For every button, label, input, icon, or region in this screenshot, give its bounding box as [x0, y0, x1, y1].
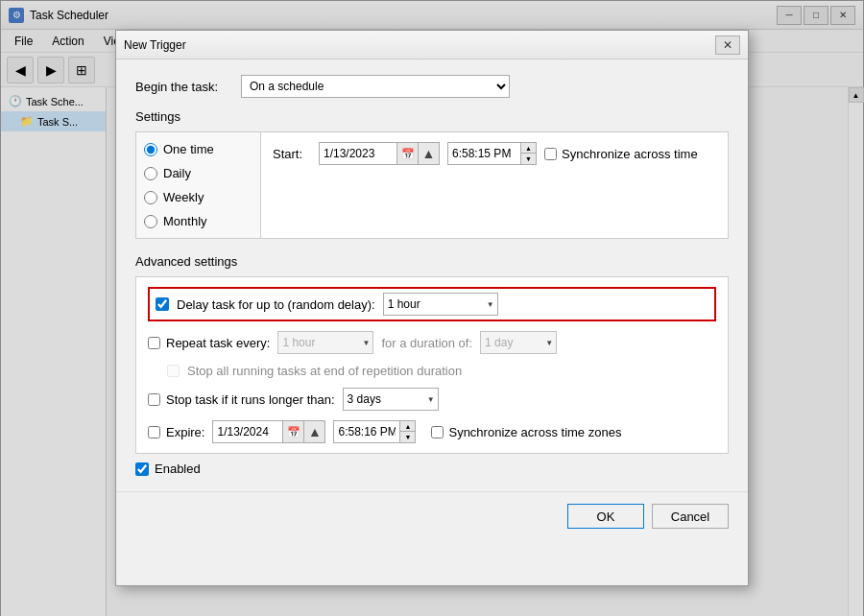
stop-running-label: Stop all running tasks at end of repetit…: [187, 364, 462, 378]
expire-time-spinners: ▲ ▼: [399, 421, 415, 442]
date-spinner-up[interactable]: ▲: [418, 143, 439, 164]
radio-one-time-input[interactable]: [144, 143, 157, 156]
cancel-button[interactable]: Cancel: [652, 504, 729, 529]
advanced-settings-label: Advanced settings: [135, 254, 729, 269]
delay-task-label: Delay task for up to (random delay):: [177, 297, 375, 312]
expire-row: Expire: 📅 ▲ ▲ ▼: [148, 420, 716, 443]
calendar-button[interactable]: 📅: [396, 143, 418, 164]
settings-label: Settings: [135, 109, 729, 124]
begin-task-row: Begin the task: On a schedule At log on …: [135, 75, 729, 98]
stop-task-select-wrapper: 3 days 1 hour 30 minutes 1 day ▼: [343, 388, 439, 411]
expire-calendar-button[interactable]: 📅: [282, 421, 303, 442]
ok-button[interactable]: OK: [567, 504, 644, 529]
stop-task-checkbox-label[interactable]: Stop task if it runs longer than:: [148, 392, 335, 407]
enabled-row: Enabled: [135, 462, 729, 476]
time-down-button[interactable]: ▼: [520, 154, 536, 164]
datetime-panel: Start: 📅 ▲ ▲ ▼: [261, 132, 728, 238]
time-up-button[interactable]: ▲: [520, 143, 536, 154]
repeat-task-select: 1 hour 30 minutes: [277, 331, 373, 354]
stop-task-select[interactable]: 3 days 1 hour 30 minutes 1 day: [343, 388, 439, 411]
begin-task-select-wrapper: On a schedule At log on At startup On id…: [241, 75, 510, 98]
duration-select-wrapper: 1 day 30 minutes ▼: [480, 331, 557, 354]
repeat-task-label: Repeat task every:: [166, 336, 270, 350]
dialog-footer: OK Cancel: [116, 491, 748, 540]
expire-checkbox[interactable]: [148, 426, 160, 438]
begin-task-label: Begin the task:: [135, 80, 231, 94]
stop-running-row: Stop all running tasks at end of repetit…: [148, 364, 716, 378]
duration-select: 1 day 30 minutes: [480, 331, 557, 354]
delay-task-row: Delay task for up to (random delay): 1 h…: [148, 287, 716, 321]
duration-label: for a duration of:: [381, 336, 472, 350]
settings-panel: One time Daily Weekly Monthly: [135, 131, 729, 239]
repeat-task-row: Repeat task every: 1 hour 30 minutes ▼ f…: [148, 331, 716, 354]
expire-checkbox-label[interactable]: Expire:: [148, 425, 204, 439]
time-input-wrapper: ▲ ▼: [447, 142, 537, 165]
expire-time-up-button[interactable]: ▲: [399, 421, 415, 432]
radio-panel: One time Daily Weekly Monthly: [136, 132, 261, 238]
radio-weekly[interactable]: Weekly: [144, 190, 252, 204]
sync-zones-input[interactable]: [431, 426, 444, 438]
repeat-task-checkbox-label[interactable]: Repeat task every:: [148, 336, 270, 350]
expire-time-wrapper: ▲ ▼: [333, 420, 416, 443]
expire-date-input[interactable]: [213, 421, 282, 442]
delay-task-select[interactable]: 1 hour 30 minutes 1 day 2 hours: [383, 293, 498, 316]
enabled-checkbox[interactable]: [135, 462, 149, 476]
stop-task-checkbox[interactable]: [148, 393, 160, 406]
repeat-select-wrapper: 1 hour 30 minutes ▼: [277, 331, 373, 354]
advanced-panel: Delay task for up to (random delay): 1 h…: [135, 276, 729, 454]
begin-task-select[interactable]: On a schedule At log on At startup On id…: [241, 75, 510, 98]
radio-monthly-label: Monthly: [163, 214, 207, 228]
enabled-label: Enabled: [155, 462, 201, 476]
date-input[interactable]: [320, 143, 396, 164]
stop-task-row: Stop task if it runs longer than: 3 days…: [148, 388, 716, 411]
datetime-row: Start: 📅 ▲ ▲ ▼: [273, 142, 716, 165]
time-spinners: ▲ ▼: [520, 143, 536, 164]
delay-select-wrapper: 1 hour 30 minutes 1 day 2 hours ▼: [383, 293, 498, 316]
radio-one-time-label: One time: [163, 142, 214, 156]
radio-monthly[interactable]: Monthly: [144, 214, 252, 228]
radio-weekly-label: Weekly: [163, 190, 204, 204]
start-label: Start:: [273, 147, 311, 161]
expire-label: Expire:: [166, 425, 204, 439]
expire-date-wrapper: 📅 ▲: [212, 420, 325, 443]
sync-time-checkbox[interactable]: Synchronize across time: [544, 147, 698, 161]
dialog-close-button[interactable]: ✕: [715, 36, 740, 55]
expire-time-input[interactable]: [334, 421, 399, 442]
radio-daily-input[interactable]: [144, 167, 157, 180]
sync-zones-checkbox[interactable]: Synchronize across time zones: [431, 425, 621, 439]
stop-running-checkbox: [167, 365, 180, 377]
radio-one-time[interactable]: One time: [144, 142, 252, 156]
radio-daily-label: Daily: [163, 166, 191, 180]
modal-overlay: New Trigger ✕ Begin the task: On a sched…: [0, 0, 864, 616]
delay-task-checkbox[interactable]: [156, 297, 169, 311]
sync-zones-label: Synchronize across time zones: [448, 425, 621, 439]
expire-time-down-button[interactable]: ▼: [399, 432, 415, 442]
time-input[interactable]: [448, 143, 520, 164]
radio-weekly-input[interactable]: [144, 191, 157, 204]
dialog-body: Begin the task: On a schedule At log on …: [116, 59, 748, 491]
new-trigger-dialog: New Trigger ✕ Begin the task: On a sched…: [115, 30, 749, 586]
sync-time-input[interactable]: [544, 148, 557, 160]
date-input-wrapper: 📅 ▲: [319, 142, 440, 165]
stop-task-label: Stop task if it runs longer than:: [166, 392, 335, 407]
radio-daily[interactable]: Daily: [144, 166, 252, 180]
dialog-title: New Trigger: [124, 38, 715, 52]
dialog-title-bar: New Trigger ✕: [116, 31, 748, 59]
sync-time-label: Synchronize across time: [562, 147, 698, 161]
radio-monthly-input[interactable]: [144, 215, 157, 228]
repeat-task-checkbox[interactable]: [148, 337, 160, 349]
expire-date-spinner[interactable]: ▲: [303, 421, 324, 442]
